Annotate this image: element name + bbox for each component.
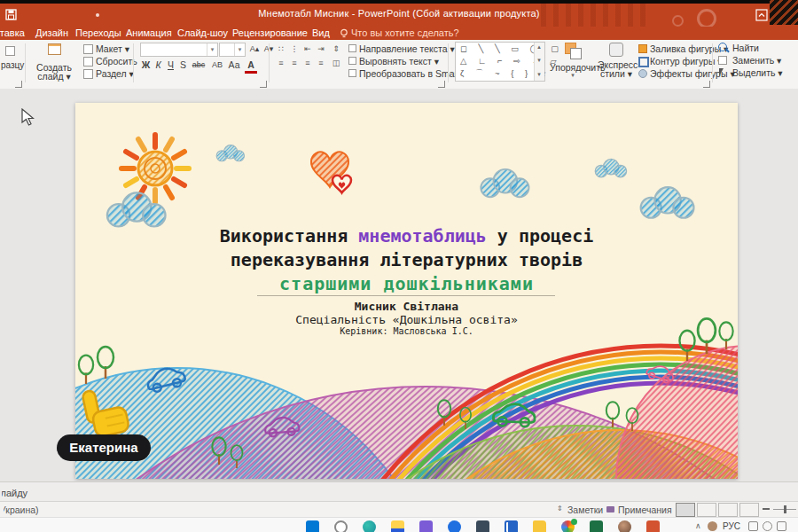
paragraph-dialog-launcher[interactable]	[438, 81, 445, 88]
reading-view-button[interactable]	[718, 503, 738, 517]
drawing-dialog-launcher[interactable]	[703, 81, 710, 88]
shapes-scroll-down-icon[interactable]: ▾	[535, 57, 544, 64]
slide-canvas[interactable]: Використання мнемотаблиць у процесі пере…	[75, 103, 738, 479]
taskbar-badge	[571, 519, 577, 525]
shapes-more-icon[interactable]: ▾	[535, 71, 544, 78]
select-cursor-icon	[719, 68, 724, 76]
slide-title[interactable]: Використання мнемотаблиць у процесі пере…	[75, 224, 738, 296]
taskbar-app-icon[interactable]	[391, 520, 404, 532]
shapes-row: ◻ ╲ ╲ ▭ ◯ ▢	[460, 43, 563, 53]
slide-sorter-view-button[interactable]	[697, 503, 716, 517]
tray-icon[interactable]	[763, 521, 772, 531]
new-slide-button[interactable]: Создать слайд ▾	[27, 41, 82, 82]
taskbar-app-icon[interactable]	[448, 520, 461, 532]
taskbar-app-icon[interactable]	[419, 520, 433, 532]
ribbon-display-options-icon[interactable]	[755, 9, 768, 21]
shapes-scroll-up-icon[interactable]: ▴	[535, 43, 544, 51]
tray-person-icon[interactable]	[708, 521, 717, 531]
shapes-row: △ ∟ ⌐ ⇨ ⇩ ▱	[460, 56, 561, 66]
taskbar-search-icon[interactable]	[334, 520, 348, 532]
taskbar-app-icon[interactable]	[363, 520, 376, 532]
taskbar-excel-icon[interactable]	[590, 520, 603, 532]
tray-chevron-icon[interactable]: ∧	[695, 521, 701, 530]
taskbar: ∧ РУС	[0, 517, 798, 532]
cloud-doodle	[216, 145, 244, 161]
taskbar-app-icon[interactable]	[476, 520, 489, 532]
columns-button[interactable]: ◫	[330, 58, 342, 69]
application-window: Мнемотабл Мисник - PowerPoint (Сбой акти…	[0, 0, 798, 532]
cloud-doodle	[641, 187, 694, 218]
slideshow-view-button[interactable]	[739, 503, 759, 517]
tray-language-indicator[interactable]: РУС	[723, 521, 740, 531]
arrange-button[interactable]: Упорядочить ▾	[550, 41, 596, 82]
font-name-combobox[interactable]: ▾	[140, 43, 218, 57]
shapes-gallery[interactable]: ◻ ╲ ╲ ▭ ◯ ▢ △ ∟ ⌐ ⇨ ⇩ ▱ ζ ⌒ ~ { } ☆ ▴ ▾ …	[455, 42, 545, 82]
zoom-out-button[interactable]	[763, 508, 770, 510]
bullets-button[interactable]: ∷	[275, 43, 287, 55]
find-icon	[718, 43, 727, 51]
ribbon: разцу Создать слайд ▾ Макет ▾ Сбросить Р…	[0, 40, 798, 90]
tab-insert[interactable]: Вставка	[0, 27, 29, 39]
cloud-doodle	[595, 159, 626, 176]
font-dialog-launcher[interactable]	[260, 81, 267, 88]
numbering-button[interactable]: ⋮	[288, 43, 301, 55]
tab-view[interactable]: Вид	[312, 27, 330, 38]
line-spacing-button[interactable]: ⇕	[330, 43, 342, 55]
cloud-doodle	[481, 169, 528, 197]
underline-button[interactable]: Ч	[165, 59, 176, 71]
quick-styles-button[interactable]: Экспресс- стили ▾	[598, 41, 635, 82]
titlebar-decoration-stripes	[541, 4, 647, 27]
author-name[interactable]: Мисник Світлана	[75, 300, 738, 313]
specialty-line[interactable]: Спеціальність «Дошкільна освіта»	[75, 313, 738, 326]
align-center-button[interactable]: ≡	[288, 58, 301, 69]
ribbon-tab-row: Вставка Дизайн Переходы Анимация Слайд-ш…	[0, 27, 798, 40]
lightbulb-icon	[340, 28, 348, 39]
titlebar: Мнемотабл Мисник - PowerPoint (Сбой акти…	[0, 4, 798, 27]
title-line-1: Використання мнемотаблиць у процесі	[75, 224, 738, 248]
clipboard-dialog-launcher[interactable]	[15, 81, 22, 88]
tray-icon[interactable]	[777, 521, 786, 531]
font-color-button[interactable]: А	[245, 59, 257, 74]
status-language[interactable]: Украинский (Украина)	[4, 505, 39, 515]
taskbar-avatar-icon[interactable]	[618, 520, 631, 532]
shape-outline-icon	[638, 57, 649, 67]
tab-review[interactable]: Рецензирование	[232, 27, 308, 38]
notes-toggle-button[interactable]: Заметки	[567, 505, 603, 515]
tab-design[interactable]: Дизайн	[35, 27, 68, 38]
change-case-button[interactable]: Аа	[227, 59, 241, 71]
taskbar-start-button[interactable]	[306, 520, 319, 532]
tab-transitions[interactable]: Переходы	[75, 27, 121, 38]
format-painter-icon[interactable]	[5, 46, 15, 56]
increase-indent-button[interactable]: ⇥	[315, 43, 327, 55]
taskbar-app-icon[interactable]	[505, 520, 518, 532]
titlebar-decoration-ring	[697, 9, 716, 28]
tab-animations[interactable]: Анимация	[126, 27, 172, 38]
notes-pane[interactable]: Заметки к слайду	[0, 481, 798, 502]
grow-font-button[interactable]: А▴	[247, 43, 262, 55]
taskbar-powerpoint-icon[interactable]	[646, 520, 660, 532]
title-line-3: старшими дошкільниками	[75, 272, 738, 296]
mouse-cursor	[21, 108, 35, 127]
normal-view-button[interactable]	[676, 503, 695, 517]
tell-me-box[interactable]: Что вы хотите сделать?	[351, 27, 459, 38]
titlebar-decoration-ring	[672, 15, 684, 27]
bold-button[interactable]: Ж	[140, 59, 152, 71]
supervisor-line[interactable]: Керівник: Масловська І.С.	[75, 326, 738, 336]
character-spacing-button[interactable]: АВ	[209, 59, 225, 71]
align-right-button[interactable]: ≡	[301, 58, 314, 69]
font-size-combobox[interactable]: ▾	[219, 43, 246, 57]
zoom-slider-thumb[interactable]	[784, 505, 786, 513]
align-left-button[interactable]: ≡	[275, 58, 287, 69]
format-painter-label-partial[interactable]: разцу	[1, 60, 24, 70]
taskbar-folder-icon[interactable]	[533, 520, 546, 532]
sun-doodle	[121, 135, 189, 202]
text-shadow-button[interactable]: S	[177, 59, 189, 71]
comments-toggle-button[interactable]: Примечания	[618, 505, 672, 515]
decrease-indent-button[interactable]: ⇤	[301, 43, 314, 55]
tab-slideshow[interactable]: Слайд-шоу	[177, 27, 228, 38]
italic-button[interactable]: К	[153, 59, 164, 71]
justify-button[interactable]: ≡	[315, 58, 327, 69]
strikethrough-button[interactable]: abc	[190, 59, 207, 71]
tray-icon[interactable]	[748, 521, 758, 531]
title-divider-line	[257, 295, 555, 296]
